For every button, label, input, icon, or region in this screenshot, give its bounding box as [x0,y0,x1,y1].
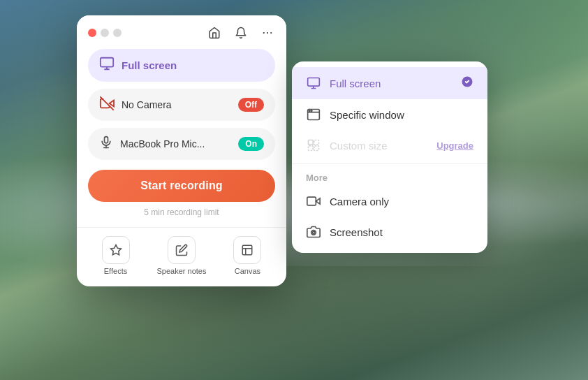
speaker-notes-label: Speaker notes [157,267,207,275]
title-bar-icons [207,25,275,41]
fullscreen-monitor-icon [99,56,115,71]
dropdown-window-icon [306,108,321,122]
canvas-nav-item[interactable]: Canvas [233,236,261,275]
bell-icon [235,27,247,39]
canvas-icon-wrap [233,236,261,264]
svg-point-0 [263,32,265,34]
dropdown-custom-size-label: Custom size [330,140,428,152]
dropdown-camera-only-label: Camera only [330,196,473,207]
mic-toggle[interactable]: On [238,137,264,151]
svg-rect-13 [308,78,320,87]
svg-marker-6 [110,100,114,106]
dropdown-screenshot-label: Screenshot [330,226,473,238]
dropdown-specific-window-label: Specific window [330,109,473,121]
dropdown-fullscreen-label: Full screen [330,78,453,89]
check-icon [461,75,473,91]
camera-off-icon [99,96,115,114]
dropdown-divider [292,163,487,164]
dropdown-custom-icon [306,138,321,152]
speaker-notes-icon [175,244,188,256]
dropdown-custom-size-item[interactable]: Custom size Upgrade [292,130,487,161]
panel-content: Full screen No Camera Off [77,49,286,217]
svg-rect-24 [314,146,319,151]
speaker-notes-icon-wrap [168,236,196,264]
svg-point-2 [270,32,272,34]
canvas-icon [241,244,253,256]
traffic-lights [88,29,122,37]
home-icon [208,27,221,39]
camera-label: No Camera [122,99,231,110]
effects-icon [110,244,122,256]
effects-label: Effects [104,267,127,275]
main-panel: Full screen No Camera Off [77,15,286,286]
svg-rect-25 [307,197,316,205]
svg-point-19 [309,110,310,112]
panel-divider [77,227,286,228]
dropdown-panel: Full screen Specific window [292,61,487,253]
dropdown-camera-icon [306,194,321,208]
camera-toggle[interactable]: Off [238,98,264,112]
more-button[interactable] [260,25,275,41]
svg-point-20 [311,110,312,112]
close-dot[interactable] [88,29,96,37]
dropdown-fullscreen-item[interactable]: Full screen [292,67,487,99]
svg-rect-23 [309,146,314,151]
dropdown-screenshot-icon [306,225,321,239]
dropdown-screenshot-item[interactable]: Screenshot [292,217,487,247]
camera-row: No Camera Off [88,89,275,121]
dropdown-camera-only-item[interactable]: Camera only [292,186,487,217]
mic-icon [99,135,113,153]
effects-nav-item[interactable]: Effects [102,236,130,275]
svg-point-27 [312,231,314,233]
more-icon [261,27,274,39]
start-recording-button[interactable]: Start recording [88,170,275,202]
mic-label: MacBook Pro Mic... [120,138,231,149]
mic-row: MacBook Pro Mic... On [88,128,275,160]
svg-marker-11 [110,245,121,255]
fullscreen-button[interactable]: Full screen [88,49,275,82]
home-button[interactable] [207,25,222,41]
svg-rect-8 [105,137,108,143]
svg-rect-12 [243,245,253,255]
upgrade-link[interactable]: Upgrade [436,140,473,151]
bottom-nav: Effects Speaker notes Canvas [77,236,286,275]
canvas-label: Canvas [235,267,260,275]
maximize-dot[interactable] [113,29,122,37]
record-limit: 5 min recording limit [88,207,275,217]
notifications-button[interactable] [233,25,249,41]
dropdown-specific-window-item[interactable]: Specific window [292,99,487,130]
svg-rect-22 [314,140,319,145]
fullscreen-label: Full screen [122,59,177,71]
title-bar [77,15,286,49]
svg-point-1 [267,32,268,34]
monitor-icon [99,56,115,75]
svg-rect-21 [309,140,314,145]
speaker-notes-nav-item[interactable]: Speaker notes [157,236,207,275]
effects-icon-wrap [102,236,130,264]
minimize-dot[interactable] [101,29,109,37]
svg-rect-3 [101,58,113,67]
more-section-label: More [292,167,487,186]
dropdown-monitor-icon [306,76,321,90]
